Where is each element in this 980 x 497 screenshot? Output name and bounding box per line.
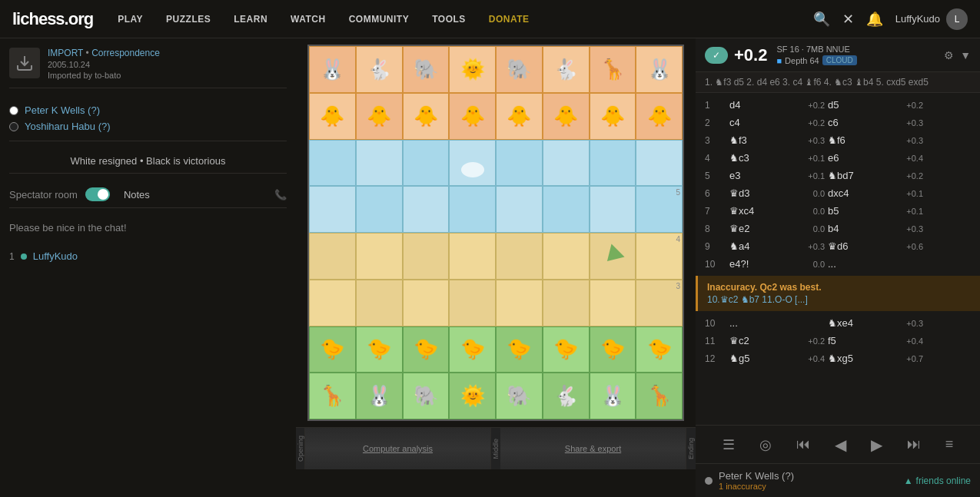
- nav-watch[interactable]: WATCH: [286, 11, 331, 28]
- white-player-name[interactable]: Peter K Wells (?): [25, 104, 100, 116]
- nav-donate[interactable]: DONATE: [484, 11, 534, 28]
- move-score-w-5: +0.1: [796, 171, 825, 181]
- move-score-b-9: +0.6: [894, 242, 923, 251]
- move-w-2[interactable]: c4: [726, 115, 796, 130]
- phone-icon[interactable]: 📞: [274, 189, 287, 200]
- share-export-link[interactable]: Share & export: [565, 444, 621, 453]
- move-b-8[interactable]: b4: [825, 221, 894, 236]
- cell-c2: 🐤: [403, 326, 450, 373]
- game-info: IMPORT • Correspondence 2005.10.24 Impor…: [9, 48, 287, 88]
- chess-board[interactable]: 🐰 🐇 🐘 🌞 🐘 🐇 🦒 🐰 🐥 🐥 🐥 🐥 🐥 🐥 🐥: [307, 45, 684, 421]
- move-row-6: 6 ♛d3 0.0 dxc4 +0.1: [696, 184, 980, 202]
- chart-middle: Middle: [491, 428, 500, 469]
- move-b-5[interactable]: ♞bd7: [825, 168, 894, 183]
- cell-e4: [496, 233, 543, 280]
- move-b-9[interactable]: ♛d6: [825, 239, 894, 253]
- lines-icon[interactable]: ▼: [960, 49, 971, 61]
- nav-learn[interactable]: LEARN: [229, 11, 272, 28]
- logo[interactable]: lichess.org: [12, 9, 93, 29]
- spectator-toggle[interactable]: [85, 187, 110, 201]
- move-w-10b[interactable]: ...: [726, 316, 796, 330]
- cell-h3: 3: [636, 280, 683, 326]
- cell-h8: 🐰: [636, 46, 683, 93]
- move-w-11[interactable]: ♛c2: [726, 333, 796, 348]
- spectator-notes-row: Spectator room Notes 📞: [9, 181, 287, 208]
- white-player-row: Peter K Wells (?): [9, 102, 287, 118]
- notes-label[interactable]: Notes: [124, 189, 150, 200]
- move-b-2[interactable]: c6: [825, 115, 894, 130]
- move-b-12[interactable]: ♞xg5: [825, 351, 894, 366]
- inaccuracy-line-text[interactable]: 10.♛c2 ♞b7 11.O-O [...]: [707, 294, 808, 305]
- cell-g4: [590, 233, 636, 280]
- import-link[interactable]: IMPORT: [48, 48, 83, 58]
- move-num-1: 1: [705, 100, 726, 111]
- engine-toggle[interactable]: ✓: [705, 47, 728, 64]
- nav-tools[interactable]: TOOLS: [427, 11, 470, 28]
- move-score-w-12: +0.4: [796, 354, 825, 363]
- cell-e3: [496, 280, 543, 326]
- cell-g5: [590, 186, 636, 233]
- move-b-10b[interactable]: ♞xe4: [825, 316, 894, 330]
- next-move-icon[interactable]: ▶: [866, 431, 887, 459]
- cell-h7: 🐥: [636, 93, 683, 140]
- move-b-6[interactable]: dxc4: [825, 186, 894, 200]
- nav-community[interactable]: COMMUNITY: [344, 11, 414, 28]
- first-move-icon[interactable]: ⏮: [792, 432, 815, 457]
- move-score-w-1: +0.2: [796, 101, 825, 110]
- move-w-5[interactable]: e3: [726, 168, 796, 183]
- inaccuracy-text: Inaccuracy. Qc2 was best.: [707, 282, 971, 293]
- move-b-7[interactable]: b5: [825, 204, 894, 218]
- move-b-4[interactable]: e6: [825, 151, 894, 165]
- spectator-label: Spectator room: [9, 189, 78, 200]
- cell-c7: 🐥: [403, 93, 450, 140]
- header: lichess.org PLAY PUZZLES LEARN WATCH COM…: [0, 0, 980, 38]
- correspondence-link[interactable]: Correspondence: [91, 48, 160, 58]
- move-w-10[interactable]: e4?!: [726, 257, 796, 271]
- move-w-4[interactable]: ♞c3: [726, 151, 796, 165]
- move-row-12: 12 ♞g5 +0.4 ♞xg5 +0.7: [696, 350, 980, 367]
- user-area[interactable]: LuffyKudo L: [895, 8, 968, 30]
- cell-a7: 🐥: [309, 93, 356, 140]
- hamburger-icon[interactable]: ≡: [941, 432, 958, 457]
- chart-main2[interactable]: Share & export: [500, 428, 686, 469]
- move-w-3[interactable]: ♞f3: [726, 133, 796, 147]
- game-date: 2005.10.24: [48, 60, 160, 69]
- move-b-11[interactable]: f5: [825, 333, 894, 348]
- bell-icon[interactable]: 🔔: [866, 11, 883, 28]
- move-b-3[interactable]: ♞f6: [825, 133, 894, 147]
- bottom-player-name[interactable]: Peter K Wells (?): [719, 470, 794, 482]
- move-row-1: 1 d4 +0.2 d5 +0.2: [696, 96, 980, 114]
- target-icon[interactable]: ◎: [755, 432, 776, 458]
- move-b-10[interactable]: ...: [825, 257, 894, 271]
- search-icon[interactable]: 🔍: [813, 11, 830, 28]
- friends-online[interactable]: ▲ friends online: [904, 475, 971, 486]
- black-player-name[interactable]: Yoshiharu Habu (?): [25, 121, 111, 132]
- move-score-b-4: +0.4: [894, 154, 923, 163]
- cell-a3: [309, 280, 356, 326]
- online-username[interactable]: LuffyKudo: [33, 250, 78, 262]
- move-w-9[interactable]: ♞a4: [726, 239, 796, 253]
- chart-main[interactable]: Computer analysis: [305, 428, 490, 469]
- move-score-w-4: +0.1: [796, 154, 825, 163]
- move-w-1[interactable]: d4: [726, 98, 796, 112]
- game-meta: IMPORT • Correspondence 2005.10.24 Impor…: [48, 48, 160, 80]
- last-move-icon[interactable]: ⏭: [902, 432, 925, 457]
- move-w-8[interactable]: ♛e2: [726, 221, 796, 236]
- nav-play[interactable]: PLAY: [113, 11, 148, 28]
- move-b-1[interactable]: d5: [825, 98, 894, 112]
- computer-analysis-link[interactable]: Computer analysis: [363, 444, 433, 453]
- cell-f5: [543, 186, 590, 233]
- close-icon[interactable]: ✕: [842, 11, 854, 28]
- move-w-6[interactable]: ♛d3: [726, 186, 796, 200]
- move-w-12[interactable]: ♞g5: [726, 351, 796, 366]
- cell-d4: [449, 233, 496, 280]
- controls-bar: ☰ ◎ ⏮ ◀ ▶ ⏭ ≡: [696, 425, 980, 463]
- menu-icon[interactable]: ☰: [718, 432, 739, 458]
- cell-a8: 🐰: [309, 46, 356, 93]
- gear-icon[interactable]: ⚙: [944, 49, 954, 61]
- move-score-w-8: 0.0: [796, 224, 825, 234]
- cell-a1: 🦒: [309, 373, 356, 419]
- move-w-7[interactable]: ♛xc4: [726, 204, 796, 218]
- prev-move-icon[interactable]: ◀: [830, 431, 851, 459]
- nav-puzzles[interactable]: PUZZLES: [161, 11, 215, 28]
